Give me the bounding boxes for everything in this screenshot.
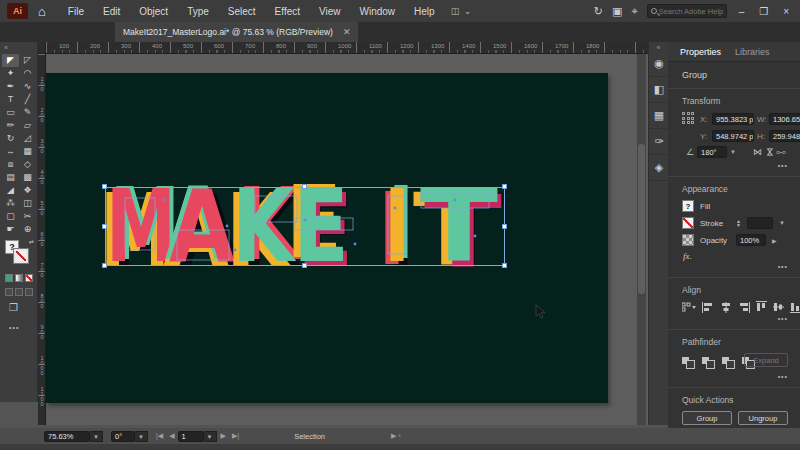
menu-effect[interactable]: Effect [275, 6, 300, 17]
height-field[interactable]: 259.9484 px [769, 130, 800, 142]
appearance-stroke-swatch[interactable] [682, 217, 694, 229]
align-top-icon[interactable] [756, 301, 767, 313]
document-tab[interactable]: MakeIt2017_MasterLogo.ai* @ 75.63 % (RGB… [115, 22, 358, 42]
tab-properties[interactable]: Properties [680, 47, 721, 57]
gps-icon[interactable]: ⌖ [631, 6, 637, 17]
rectangle-tool[interactable]: ▭ [2, 106, 19, 119]
help-search[interactable] [647, 4, 727, 18]
swap-fill-stroke-icon[interactable]: ⇄ [29, 238, 34, 245]
handle-top-right[interactable] [502, 184, 507, 189]
color-button[interactable] [5, 274, 13, 282]
direct-selection-tool[interactable]: ◸ [19, 54, 36, 67]
menu-select[interactable]: Select [228, 6, 256, 17]
eyedropper-tool[interactable]: ◢ [2, 184, 19, 197]
pen-tool[interactable]: ✒ [2, 80, 19, 93]
align-to-icon[interactable] [682, 302, 696, 313]
next-artboard-icon[interactable]: ▶ [221, 432, 226, 440]
scale-tool[interactable]: ◿ [19, 132, 36, 145]
x-field[interactable]: 955.3823 px [712, 113, 754, 125]
arrange-documents-icon[interactable]: ▣ [612, 6, 622, 17]
artboard-chevron-icon[interactable]: ▼ [204, 431, 217, 442]
stroke-stepper[interactable]: ▲▼ [736, 219, 741, 227]
stroke-label[interactable]: Stroke [700, 219, 730, 228]
first-artboard-icon[interactable]: |◀ [156, 432, 163, 440]
shape-builder-tool[interactable]: ⧈ [2, 158, 19, 171]
magic-wand-tool[interactable]: ✦ [2, 67, 19, 80]
align-middle-icon[interactable] [773, 301, 784, 313]
zoom-level-field[interactable]: 75.63% [44, 431, 90, 442]
column-graph-tool[interactable]: ◫ [19, 197, 36, 210]
menu-edit[interactable]: Edit [103, 6, 120, 17]
expand-button[interactable]: Expand [744, 353, 788, 367]
app-logo-icon[interactable]: Ai [7, 3, 28, 19]
menu-object[interactable]: Object [139, 6, 168, 17]
edit-toolbar-icon[interactable]: ••• [9, 324, 19, 331]
none-button[interactable] [25, 274, 33, 282]
hand-tool[interactable]: ☛ [2, 223, 19, 236]
flip-horizontal-icon[interactable]: ⋈ [753, 147, 762, 157]
menu-window[interactable]: Window [360, 6, 396, 17]
pathfinder-minus-front-icon[interactable] [702, 357, 714, 368]
gradient-tool[interactable]: ▩ [19, 171, 36, 184]
handle-mid-right[interactable] [502, 224, 507, 229]
effects-button[interactable]: fx. [683, 251, 788, 261]
group-button[interactable]: Group [682, 411, 732, 425]
tab-libraries[interactable]: Libraries [735, 47, 770, 57]
gradient-panel-icon[interactable]: ◧ [649, 77, 669, 103]
flip-vertical-icon[interactable]: ⋈ [765, 148, 775, 157]
status-flyout-icon[interactable]: ▶ ‹ [391, 432, 401, 440]
minimize-button[interactable]: – [736, 6, 748, 17]
status-mode-label[interactable]: Selection [294, 432, 325, 441]
pathfinder-intersect-icon[interactable] [722, 357, 734, 368]
free-transform-tool[interactable]: ▦ [19, 145, 36, 158]
selection-tool[interactable]: ◤ [2, 54, 19, 67]
lasso-tool[interactable]: ◠ [19, 67, 36, 80]
opacity-flyout-icon[interactable]: ▶ [772, 237, 777, 244]
zoom-tool[interactable]: ⊕ [19, 223, 36, 236]
screen-mode-icon[interactable]: ❐ [9, 302, 18, 313]
menu-help[interactable]: Help [414, 6, 435, 17]
y-field[interactable]: 548.9742 px [712, 130, 754, 142]
draw-normal-button[interactable] [5, 288, 13, 296]
pathfinder-more-icon[interactable]: ••• [682, 373, 788, 380]
handle-bottom-center[interactable] [302, 263, 307, 268]
opacity-label[interactable]: Opacity [700, 236, 730, 245]
symbol-sprayer-tool[interactable]: ⁂ [2, 197, 19, 210]
opacity-swatch-icon[interactable] [682, 234, 694, 246]
workspace-switcher-icon[interactable]: ◫ ⌄ [451, 6, 473, 16]
collapse-tools-icon[interactable]: « [4, 44, 8, 51]
handle-top-center[interactable] [302, 184, 307, 189]
align-more-icon[interactable]: ••• [682, 315, 788, 322]
curvature-tool[interactable]: ∿ [19, 80, 36, 93]
slice-tool[interactable]: ✂ [19, 210, 36, 223]
previous-artboard-icon[interactable]: ◀ [169, 432, 174, 440]
brushes-panel-icon[interactable]: ✑ [649, 129, 669, 155]
width-field[interactable]: 1306.6512 [769, 113, 800, 125]
line-segment-tool[interactable]: ╱ [19, 93, 36, 106]
pencil-tool[interactable]: ✏ [2, 119, 19, 132]
close-window-button[interactable]: × [780, 6, 792, 17]
width-tool[interactable]: ↔ [2, 145, 19, 158]
artboard-number-field[interactable]: 1 [178, 431, 204, 442]
sync-icon[interactable]: ↻ [594, 6, 603, 17]
align-right-icon[interactable] [738, 302, 750, 313]
mesh-tool[interactable]: ▤ [2, 171, 19, 184]
opacity-field[interactable]: 100% [736, 234, 766, 246]
constrain-proportions-icon[interactable]: ⧟ [776, 146, 786, 158]
reference-point-icon[interactable] [682, 112, 696, 126]
layers-panel-icon[interactable]: ◈ [649, 155, 669, 181]
zoom-chevron-icon[interactable]: ▼ [90, 431, 103, 442]
align-center-icon[interactable] [720, 302, 732, 313]
restore-button[interactable]: ❐ [756, 6, 771, 17]
stroke-width-field[interactable] [747, 217, 773, 229]
handle-mid-left[interactable] [102, 224, 107, 229]
handle-bottom-left[interactable] [102, 263, 107, 268]
search-input[interactable] [659, 7, 723, 16]
transform-more-icon[interactable]: ••• [682, 162, 788, 169]
pathfinder-unite-icon[interactable] [682, 357, 694, 368]
rotation-field[interactable]: 180° [697, 146, 727, 158]
rotate-tool[interactable]: ↻ [2, 132, 19, 145]
rotation-chevron-icon[interactable]: ▼ [730, 149, 736, 155]
appearance-fill-swatch[interactable]: ? [682, 200, 694, 212]
draw-inside-button[interactable] [25, 288, 33, 296]
